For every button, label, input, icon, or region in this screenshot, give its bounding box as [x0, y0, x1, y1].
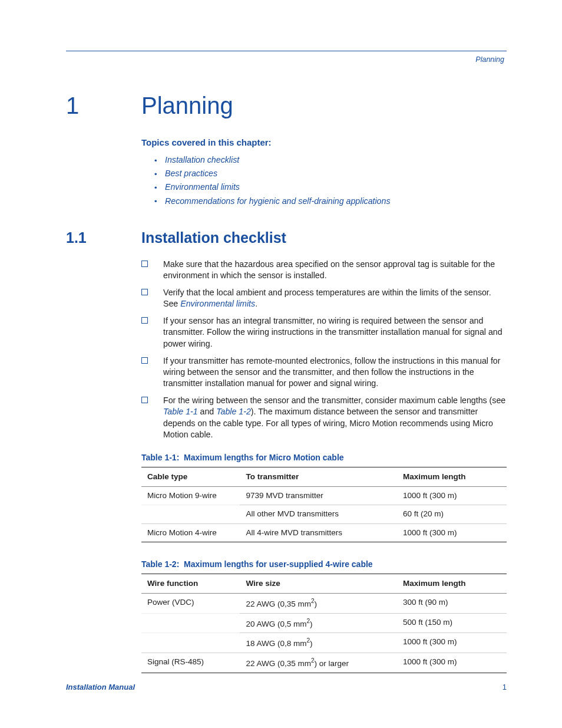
cell: 1000 ft (300 m)	[397, 633, 507, 653]
cell: 60 ft (20 m)	[397, 505, 507, 523]
bullet-icon: •	[154, 169, 165, 180]
topic-item: •Recommendations for hygienic and self-d…	[154, 196, 507, 207]
bullet-icon: •	[154, 156, 165, 166]
checklist-text: If your sensor has an integral transmitt…	[163, 315, 507, 350]
section-number: 1.1	[66, 228, 141, 248]
checklist-item: If your sensor has an integral transmitt…	[141, 315, 507, 350]
cell	[141, 633, 240, 653]
text-fragment: .	[255, 299, 257, 308]
cell: 500 ft (150 m)	[397, 613, 507, 633]
table-header-row: Wire function Wire size Maximum length	[141, 574, 507, 593]
topic-link-best-practices[interactable]: Best practices	[165, 169, 217, 178]
checkbox-icon	[141, 289, 148, 295]
col-header: Maximum length	[397, 574, 507, 593]
checklist: Make sure that the hazardous area specif…	[141, 259, 507, 440]
table-row: Micro Motion 4-wire All 4-wire MVD trans…	[141, 523, 507, 542]
checkbox-icon	[141, 397, 148, 403]
chapter-number: 1	[66, 90, 141, 121]
footer-doc-title: Installation Manual	[66, 682, 135, 693]
cell: Signal (RS-485)	[141, 653, 240, 673]
topic-item: •Best practices	[154, 168, 507, 179]
table-row: 20 AWG (0,5 mm2) 500 ft (150 m)	[141, 613, 507, 633]
col-header: Wire size	[240, 574, 397, 593]
table-row: All other MVD transmitters 60 ft (20 m)	[141, 505, 507, 523]
topic-link-installation-checklist[interactable]: Installation checklist	[165, 155, 239, 164]
cell	[141, 613, 240, 633]
caption-label: Table 1-2:	[141, 559, 179, 569]
checkbox-icon	[141, 317, 148, 324]
caption-text: Maximum lengths for Micro Motion cable	[184, 453, 343, 462]
cell: 20 AWG (0,5 mm2)	[240, 613, 397, 633]
footer-page-number: 1	[503, 682, 507, 693]
checklist-item: For the wiring between the sensor and th…	[141, 395, 507, 440]
cell: 300 ft (90 m)	[397, 593, 507, 613]
checklist-text: For the wiring between the sensor and th…	[163, 395, 507, 440]
topic-item: •Environmental limits	[154, 182, 507, 193]
table-row: 18 AWG (0,8 mm2) 1000 ft (300 m)	[141, 633, 507, 653]
cell: All other MVD transmitters	[240, 505, 397, 523]
page: Planning 1 Planning Topics covered in th…	[0, 0, 562, 728]
table-1-2-caption: Table 1-2: Maximum lengths for user-supp…	[141, 559, 507, 570]
header-rule	[66, 51, 507, 51]
section-heading: 1.1 Installation checklist	[66, 228, 507, 248]
running-head: Planning	[66, 55, 507, 65]
topic-link-hygienic-recommendations[interactable]: Recommendations for hygienic and self-dr…	[165, 196, 391, 206]
text-fragment: For the wiring between the sensor and th…	[163, 396, 505, 405]
checklist-item: If your transmitter has remote-mounted e…	[141, 355, 507, 390]
link-table-1-1[interactable]: Table 1-1	[163, 407, 198, 416]
table-1-1-caption: Table 1-1: Maximum lengths for Micro Mot…	[141, 452, 507, 463]
checklist-text: If your transmitter has remote-mounted e…	[163, 355, 507, 390]
checklist-text: Make sure that the hazardous area specif…	[163, 259, 507, 281]
col-header: Wire function	[141, 574, 240, 593]
table-row: Micro Motion 9-wire 9739 MVD transmitter…	[141, 487, 507, 505]
caption-label: Table 1-1:	[141, 453, 179, 462]
cell	[141, 505, 240, 523]
cell: Micro Motion 9-wire	[141, 487, 240, 505]
cell: Power (VDC)	[141, 593, 240, 613]
topics-heading: Topics covered in this chapter:	[141, 137, 507, 149]
checklist-item: Make sure that the hazardous area specif…	[141, 259, 507, 281]
text-fragment: and	[198, 407, 217, 416]
checklist-item: Verify that the local ambient and proces…	[141, 287, 507, 309]
cell: 1000 ft (300 m)	[397, 653, 507, 673]
content-column: Topics covered in this chapter: •Install…	[141, 137, 507, 207]
checkbox-icon	[141, 261, 148, 267]
checkbox-icon	[141, 357, 148, 364]
bullet-icon: •	[154, 183, 165, 193]
cell: All 4-wire MVD transmitters	[240, 523, 397, 542]
col-header: Maximum length	[397, 467, 507, 486]
cell: 1000 ft (300 m)	[397, 523, 507, 542]
caption-text: Maximum lengths for user-supplied 4-wire…	[184, 559, 373, 569]
checklist-text: Verify that the local ambient and proces…	[163, 287, 507, 309]
bullet-icon: •	[154, 196, 165, 207]
cell: 1000 ft (300 m)	[397, 487, 507, 505]
cell: Micro Motion 4-wire	[141, 523, 240, 542]
table-1-1: Cable type To transmitter Maximum length…	[141, 467, 507, 542]
link-environmental-limits[interactable]: Environmental limits	[180, 299, 255, 308]
link-table-1-2[interactable]: Table 1-2	[216, 407, 251, 416]
section-title: Installation checklist	[141, 228, 286, 248]
table-row: Power (VDC) 22 AWG (0,35 mm2) 300 ft (90…	[141, 593, 507, 613]
table-1-2: Wire function Wire size Maximum length P…	[141, 574, 507, 673]
table-row: Signal (RS-485) 22 AWG (0,35 mm2) or lar…	[141, 653, 507, 673]
chapter-heading: 1 Planning	[66, 90, 507, 121]
section-body: Make sure that the hazardous area specif…	[141, 259, 507, 673]
page-footer: Installation Manual 1	[66, 682, 507, 693]
topic-item: •Installation checklist	[154, 154, 507, 166]
cell: 18 AWG (0,8 mm2)	[240, 633, 397, 653]
col-header: To transmitter	[240, 467, 397, 486]
col-header: Cable type	[141, 467, 240, 486]
cell: 22 AWG (0,35 mm2) or larger	[240, 653, 397, 673]
topics-list: •Installation checklist •Best practices …	[154, 154, 507, 207]
cell: 22 AWG (0,35 mm2)	[240, 593, 397, 613]
topic-link-environmental-limits[interactable]: Environmental limits	[165, 182, 240, 192]
cell: 9739 MVD transmitter	[240, 487, 397, 505]
table-header-row: Cable type To transmitter Maximum length	[141, 467, 507, 486]
chapter-title: Planning	[141, 90, 233, 121]
